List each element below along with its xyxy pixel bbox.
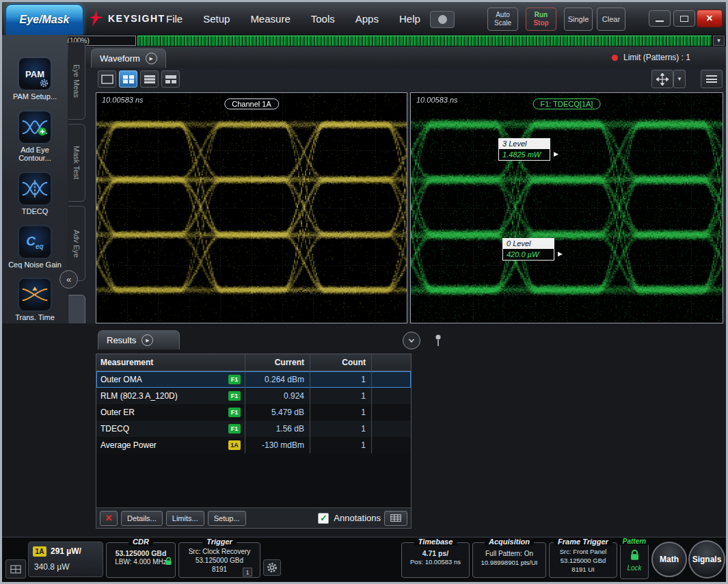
menu-apps[interactable]: Apps: [355, 13, 379, 25]
pattern-lock-panel[interactable]: Pattern Lock: [620, 542, 649, 579]
sidebar-item-trans-time[interactable]: Trans. Time: [5, 279, 64, 322]
run-stop-button[interactable]: Run Stop: [526, 8, 556, 31]
display-menu-button[interactable]: [701, 70, 723, 88]
level-marker-icon: ▶: [554, 150, 558, 157]
signals-button[interactable]: Signals: [688, 540, 725, 579]
pam-setup-icon: PAM: [19, 58, 51, 90]
source-badge-f1: F1: [228, 391, 241, 401]
minimize-button[interactable]: [649, 10, 671, 27]
pan-tool-dropdown[interactable]: ▼: [673, 70, 686, 88]
keysight-logo: KEYSIGHT: [90, 2, 165, 35]
source-badge-f1: F1: [228, 408, 241, 417]
annotation-0-level[interactable]: 0 Level 420.0 µW ▶: [502, 238, 554, 261]
vtab-eye-meas[interactable]: Eye Meas: [68, 42, 85, 120]
status-bar: 1A 291 µW/ 340.8 µW CDR 53.125000 GBd LB…: [2, 537, 726, 582]
waveform-header-row: Waveform ▶ Limit (Patterns) : 1: [2, 47, 726, 68]
pattern-acquisition-strip: Pattern Acquisition (100%) ▼: [2, 35, 726, 47]
table-row-average-power[interactable]: Average Power 1A -130 mdBm 1: [96, 437, 411, 453]
limits-button[interactable]: Limits...: [166, 511, 204, 526]
camera-icon: [438, 15, 447, 24]
channel-1a-panel[interactable]: 1A 291 µW/ 340.8 µW: [28, 542, 103, 577]
annotation-3-level[interactable]: 3 Level 1.4825 mW ▶: [498, 138, 550, 161]
results-pin-button[interactable]: [433, 332, 444, 349]
channel-badge: 1A: [33, 546, 46, 557]
details-button[interactable]: Details...: [121, 511, 163, 526]
menu-setup[interactable]: Setup: [203, 13, 230, 25]
table-row-outer-oma[interactable]: Outer OMA F1 0.264 dBm 1: [96, 371, 411, 388]
clear-button[interactable]: Clear: [597, 8, 625, 31]
single-button[interactable]: Single: [564, 8, 593, 31]
acquisition-panel[interactable]: Acquisition Full Pattern: On 10.98998901…: [472, 542, 546, 578]
col-current: Current: [245, 354, 310, 371]
vtab-mask-test[interactable]: Mask Test: [68, 124, 85, 202]
pattern-lock-icon: [630, 549, 640, 561]
maximize-button[interactable]: [673, 10, 695, 27]
table-row-tdecq[interactable]: TDECQ F1 1.56 dB 1: [96, 421, 411, 437]
eye-diagram-channel-1a-canvas[interactable]: [96, 93, 407, 323]
layout-quad-button[interactable]: [119, 70, 137, 88]
tab-waveform[interactable]: Waveform ▶: [91, 49, 166, 68]
results-empty-space: [96, 453, 411, 507]
hamburger-icon: [706, 75, 717, 83]
screenshot-button[interactable]: [430, 11, 455, 28]
frame-trigger-panel[interactable]: Frame Trigger Src: Front Panel 53.125000…: [549, 542, 617, 578]
menu-measure[interactable]: Measure: [250, 13, 290, 25]
time-label: 10.00583 ns: [102, 96, 144, 104]
pattern-waveform-preview: [137, 36, 712, 46]
table-grid-icon: [390, 514, 401, 522]
settings-button[interactable]: [263, 559, 281, 576]
results-table-header: Measurement Current Count: [96, 354, 411, 371]
layout-restore-button[interactable]: [5, 559, 26, 579]
pin-icon: [434, 334, 442, 347]
layout-quad-icon: [122, 75, 135, 84]
cdr-panel[interactable]: CDR 53.125000 GBd LBW: 4.000 MHz: [106, 542, 176, 578]
setup-button[interactable]: Setup...: [208, 511, 246, 526]
brand-text: KEYSIGHT: [108, 13, 165, 24]
channel-1a-label[interactable]: Channel 1A: [224, 98, 279, 109]
results-play-icon[interactable]: ▶: [141, 334, 153, 346]
eye-diagram-tdecq-canvas[interactable]: [411, 93, 723, 323]
results-collapse-button[interactable]: [403, 332, 420, 349]
sidebar-collapse-button[interactable]: «: [59, 270, 78, 289]
math-button[interactable]: Math: [651, 542, 687, 577]
results-area: Results ▶ Measurement Current Count Oute…: [2, 323, 726, 537]
limit-status: Limit (Patterns) : 1: [612, 49, 690, 66]
results-table: Measurement Current Count Outer OMA F1 0…: [96, 354, 412, 529]
menu-help[interactable]: Help: [399, 13, 420, 25]
sidebar-item-ceq-noise-gain[interactable]: Ceq Ceq Noise Gain: [5, 226, 64, 269]
sidebar-item-pam-setup[interactable]: PAM PAM Setup...: [5, 58, 64, 101]
display-panel-left: 10.00583 ns Channel 1A: [96, 92, 407, 323]
window-grid-icon: [10, 565, 21, 574]
tab-results[interactable]: Results ▶: [98, 330, 180, 349]
checkbox-checked-icon[interactable]: ✓: [318, 513, 329, 524]
col-count: Count: [310, 354, 372, 371]
layout-split-button[interactable]: [161, 70, 180, 88]
app-window: Eye/Mask KEYSIGHT File Setup Measure Too…: [0, 0, 728, 584]
layout-single-button[interactable]: [98, 70, 116, 88]
tab-eye-mask[interactable]: Eye/Mask: [5, 4, 83, 35]
display-panel-right: 10.00583 ns F1: TDECQ[1A] 3 Level 1.4825…: [410, 92, 723, 323]
annotations-toggle[interactable]: ✓ Annotations: [318, 513, 381, 524]
table-view-button[interactable]: [384, 511, 407, 526]
table-row-outer-er[interactable]: Outer ER F1 5.479 dB 1: [96, 404, 411, 421]
close-button[interactable]: ×: [697, 10, 723, 27]
source-badge-f1: F1: [228, 375, 241, 384]
menu-tools[interactable]: Tools: [311, 13, 335, 25]
acquisition-dropdown-button[interactable]: ▼: [713, 36, 725, 46]
waveform-play-icon[interactable]: ▶: [146, 53, 157, 64]
auto-scale-button[interactable]: Auto Scale: [487, 8, 518, 31]
delete-measurement-button[interactable]: ✕: [100, 511, 118, 526]
timebase-panel[interactable]: Timebase 4.71 ps/ Pos: 10.00583 ns: [401, 542, 470, 578]
layout-rows-button[interactable]: [140, 70, 159, 88]
function-f1-label[interactable]: F1: TDECQ[1A]: [533, 98, 601, 109]
close-icon: ×: [706, 12, 712, 25]
table-row-rlm[interactable]: RLM (802.3 A_120D) F1 0.924 1: [96, 388, 411, 404]
sidebar-item-tdecq[interactable]: TDECQ: [5, 173, 64, 216]
sidebar-item-add-eye-contour[interactable]: Add Eye Contour...: [5, 111, 64, 163]
level-marker-icon: ▶: [558, 250, 563, 257]
pan-tool-button[interactable]: [651, 70, 673, 88]
menu-bar: File Setup Measure Tools Apps Help: [166, 2, 420, 35]
chevron-down-icon: [407, 336, 416, 345]
channel-scale: 291 µW/: [51, 546, 81, 556]
menu-file[interactable]: File: [166, 13, 183, 25]
